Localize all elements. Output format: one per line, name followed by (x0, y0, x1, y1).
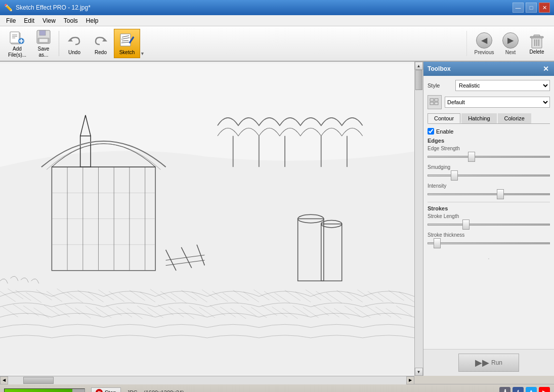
previous-label: Previous (475, 50, 494, 55)
run-label: Run (491, 359, 502, 366)
maximize-button[interactable]: □ (526, 3, 537, 13)
svg-rect-9 (39, 30, 46, 35)
delete-icon (529, 33, 545, 49)
title-bar: ✏️ Sketch Effect PRO - 12.jpg* — □ ✕ (0, 0, 554, 15)
scroll-left-button[interactable]: ◀ (0, 376, 8, 384)
previous-icon: ◀ (476, 32, 492, 49)
tab-hatching[interactable]: Hatching (461, 113, 496, 123)
minimize-button[interactable]: — (513, 3, 524, 13)
edge-strength-slider[interactable] (428, 156, 550, 158)
menu-file[interactable]: File (2, 16, 20, 25)
stop-label: Stop (105, 389, 116, 393)
redo-button[interactable]: Redo (88, 29, 114, 58)
more-indicator: ▼ (140, 29, 145, 58)
intensity-section: Intensity (428, 183, 550, 198)
menu-help[interactable]: Help (82, 16, 103, 25)
add-files-button[interactable]: AddFile(s)... (4, 29, 30, 58)
presets-row: Default (428, 95, 550, 109)
stroke-length-section: Stroke Length (428, 213, 550, 228)
scroll-thumb[interactable] (415, 70, 422, 90)
svg-rect-11 (39, 39, 48, 42)
smudging-label: Smudging (428, 164, 550, 170)
svg-marker-12 (68, 38, 73, 41)
style-value-container: Realistic (455, 80, 550, 91)
tab-colorize[interactable]: Colorize (498, 113, 531, 123)
intensity-slider[interactable] (428, 193, 550, 195)
sketch-icon (119, 32, 135, 49)
menu-view[interactable]: View (38, 16, 60, 25)
svg-rect-14 (120, 34, 131, 46)
smudging-slider[interactable] (428, 175, 550, 177)
close-button[interactable]: ✕ (539, 3, 550, 13)
dimensions-label: (1600x1200x24) (144, 389, 184, 393)
svg-rect-21 (530, 36, 543, 38)
canvas-scrollbar: ▲ ▼ (414, 62, 422, 376)
social-links: ℹ f t ▶ (499, 387, 550, 393)
svg-rect-133 (430, 102, 434, 105)
presets-select[interactable]: Default (445, 97, 550, 108)
save-as-label: Saveas... (38, 46, 50, 58)
h-scroll-thumb[interactable] (23, 377, 54, 384)
stop-button[interactable]: ✕ Stop (91, 387, 121, 393)
progress-container (4, 388, 85, 393)
next-button[interactable]: ▶ Next (497, 29, 524, 58)
undo-button[interactable]: Undo (61, 29, 88, 58)
scroll-down-button[interactable]: ▼ (415, 368, 423, 376)
undo-label: Undo (68, 50, 80, 55)
style-label: Style (428, 82, 455, 89)
sketch-label: Sketch (119, 50, 135, 55)
stroke-length-track (428, 220, 550, 228)
run-area: ▶▶ Run (423, 349, 554, 376)
status-bar: ✕ Stop JPG (1600x1200x24) ℹ f t ▶ (0, 384, 554, 392)
stroke-thickness-slider[interactable] (428, 242, 550, 244)
tab-bar: Contour Hatching Colorize (428, 113, 550, 124)
sketch-scene (0, 62, 414, 376)
enable-checkbox[interactable] (428, 128, 434, 135)
style-select[interactable]: Realistic (455, 80, 550, 91)
edge-strength-track (428, 152, 550, 160)
delete-button[interactable]: Delete (524, 29, 550, 58)
toolbar-separator-nav (466, 31, 467, 56)
toolbox-title: Toolbox (428, 65, 451, 72)
tab-contour[interactable]: Contour (428, 113, 460, 123)
scroll-up-button[interactable]: ▲ (415, 62, 423, 70)
youtube-icon[interactable]: ▶ (539, 387, 550, 393)
enable-row: Enable (428, 128, 550, 135)
intensity-track (428, 190, 550, 198)
h-scroll-track[interactable] (8, 376, 406, 384)
run-button[interactable]: ▶▶ Run (458, 354, 519, 372)
info-icon[interactable]: ℹ (499, 387, 510, 393)
svg-rect-135 (435, 102, 438, 105)
stroke-thickness-label: Stroke thickness (428, 232, 550, 238)
toolbox-close-button[interactable]: ✕ (542, 65, 550, 73)
edges-section-title: Edges (428, 138, 550, 144)
add-files-icon (9, 29, 25, 45)
twitter-icon[interactable]: t (526, 387, 537, 393)
menu-bar: File Edit View Tools Help (0, 15, 554, 26)
scroll-track[interactable] (415, 70, 423, 368)
stop-icon: ✕ (96, 389, 103, 393)
sketch-button[interactable]: Sketch (114, 29, 140, 58)
edge-strength-label: Edge Strength (428, 146, 550, 151)
save-as-button[interactable]: Saveas... (30, 29, 57, 58)
menu-tools[interactable]: Tools (60, 16, 82, 25)
facebook-icon[interactable]: f (513, 387, 524, 393)
redo-label: Redo (95, 50, 107, 55)
horizontal-scrollbar: ◀ ▶ (0, 376, 414, 384)
delete-label: Delete (530, 49, 544, 55)
menu-edit[interactable]: Edit (20, 16, 38, 25)
style-row: Style Realistic (428, 80, 550, 91)
stroke-length-slider[interactable] (428, 224, 550, 226)
scroll-right-button[interactable]: ▶ (406, 376, 414, 384)
undo-icon (66, 32, 82, 49)
progress-bar (5, 389, 72, 393)
smudging-section: Smudging (428, 164, 550, 179)
add-files-label: AddFile(s)... (8, 46, 26, 58)
stroke-length-label: Stroke Length (428, 213, 550, 219)
divider-1 (428, 202, 550, 202)
next-label: Next (505, 50, 516, 55)
stroke-thickness-section: Stroke thickness (428, 232, 550, 247)
toolbox-header: Toolbox ✕ (423, 62, 554, 76)
previous-button[interactable]: ◀ Previous (471, 29, 497, 58)
stop-x: ✕ (97, 390, 101, 393)
